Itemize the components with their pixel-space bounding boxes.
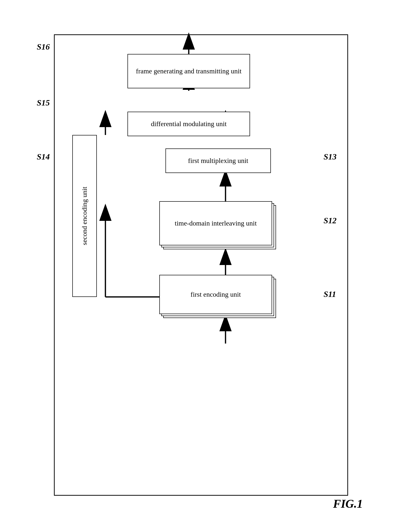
outer-box [54,34,348,496]
figure-label: FIG.1 [333,497,363,510]
diagram-container: S16 frame generating and transmitting un… [29,15,382,518]
frame-generating-block: frame generating and transmitting unit [127,54,250,88]
s15-label: S15 [37,98,50,107]
first-encoding-stacked: first encoding unit [159,275,277,319]
s11-label: S11 [324,290,336,299]
s13-label: S13 [324,152,337,161]
s14-label: S14 [37,152,50,161]
first-multiplexing-block: first multiplexing unit [165,148,271,173]
time-domain-interleaving-stacked: time-domain interleaving unit [159,201,277,250]
differential-modulating-block: differential modulating unit [127,112,250,136]
s12-label: S12 [324,216,337,225]
second-encoding-block: second encoding unit [72,135,97,297]
s16-label: S16 [37,42,50,52]
